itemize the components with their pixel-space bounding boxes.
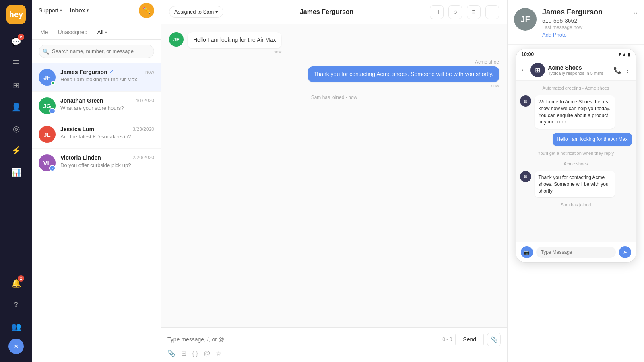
expand-icon-btn[interactable]: □ xyxy=(430,5,444,19)
phone-send-btn[interactable]: ➤ xyxy=(619,246,631,258)
phone-section-label: Acme shoes xyxy=(520,161,632,166)
compose-btn[interactable]: ✏️ xyxy=(139,3,154,18)
sidebar-bottom: 🔔 2 ? 👥 S xyxy=(6,274,26,357)
search-icon: 🔍 xyxy=(43,48,49,54)
conv-time: 4/1/2020 xyxy=(135,98,154,103)
contact-phone: 510-555-3662 xyxy=(542,17,625,24)
channel-indicator: ✓ xyxy=(49,165,56,171)
verified-icon: ✓ xyxy=(109,69,114,75)
phone-msg-avatar: ⊞ xyxy=(520,171,531,182)
tab-unassigned[interactable]: Unassigned xyxy=(56,26,89,39)
send-button[interactable]: Send xyxy=(455,333,484,346)
conv-name: Jessica Lum xyxy=(60,126,94,132)
contact-avatar: JF xyxy=(514,8,537,31)
sidebar-item-bell[interactable]: 🔔 2 xyxy=(6,274,26,293)
history-icon-btn[interactable]: ○ xyxy=(448,5,462,19)
phone-signal: ▾ ▲ ▮ xyxy=(619,52,630,57)
back-icon[interactable]: ← xyxy=(521,66,527,74)
list-item[interactable]: JG ✓ Jonathan Green 4/1/2020 What are yo… xyxy=(32,92,161,120)
phone-joined-label: Sam has joined xyxy=(520,202,632,207)
assign-button[interactable]: Assigned to Sam ▾ xyxy=(169,6,223,18)
conv-avatar-wrap: JF xyxy=(39,69,56,86)
battery-icon: ▮ xyxy=(628,52,630,57)
attach-tool-icon[interactable]: 📎 xyxy=(167,350,175,357)
star-tool-icon[interactable]: ☆ xyxy=(216,350,221,357)
more-icon-btn[interactable]: ··· xyxy=(485,5,499,19)
chat-messages: JF Hello I am looking for the Air Max no… xyxy=(161,24,507,327)
conv-info: Jonathan Green 4/1/2020 What are your st… xyxy=(60,97,154,111)
add-photo-link[interactable]: Add Photo xyxy=(542,32,625,38)
char-count: 0 - 0 xyxy=(442,337,452,342)
mention-tool-icon[interactable]: @ xyxy=(204,350,210,357)
lightning-icon: ⚡ xyxy=(11,146,21,155)
phone-camera-btn[interactable]: 📷 xyxy=(521,246,533,258)
conv-name: Victoria Linden xyxy=(60,154,101,161)
chat-header-actions: □ ○ ≡ ··· xyxy=(430,5,499,19)
sidebar-item-signal[interactable]: ◎ xyxy=(6,119,26,138)
sender-label: Acme shoe xyxy=(475,59,499,65)
table-tool-icon[interactable]: ⊞ xyxy=(181,350,186,357)
sidebar-item-contacts[interactable]: 👤 xyxy=(6,97,26,117)
list-item[interactable]: JF James Fergurson ✓ now Hello I am look… xyxy=(32,63,161,92)
inbox-arrow-icon: ▾ xyxy=(87,8,89,12)
sidebar-item-table[interactable]: ⊞ xyxy=(6,76,26,95)
conv-avatar-wrap: VL ✓ xyxy=(39,154,56,171)
sidebar-item-lightning[interactable]: ⚡ xyxy=(6,141,26,160)
contact-more-btn[interactable]: ··· xyxy=(631,8,638,17)
sidebar-item-chat[interactable]: 💬 2 xyxy=(6,32,26,51)
top-bar: Support ▾ Inbox ▾ ✏️ xyxy=(32,0,161,21)
conv-info: James Fergurson ✓ now Hello I am looking… xyxy=(60,69,154,82)
chat-badge: 2 xyxy=(18,34,24,40)
phone-chat-header: ← ⊞ Acme Shoes Typically responds in 5 m… xyxy=(516,60,636,81)
phone-message-row: ⊞ Thank you for contacting Acme shoes. S… xyxy=(520,171,632,197)
team-icon: 👥 xyxy=(11,322,21,331)
conv-avatar-wrap: JG ✓ xyxy=(39,97,56,114)
phone-bubble: Welcome to Acme Shoes. Let us know how w… xyxy=(535,95,615,129)
conv-preview: What are your store hours? xyxy=(60,105,141,111)
conv-avatar-wrap: JL xyxy=(39,126,56,143)
phone-more-icon[interactable]: ⋮ xyxy=(625,66,631,74)
phone-call-icon[interactable]: 📞 xyxy=(613,66,621,74)
chat-input[interactable] xyxy=(167,336,439,343)
support-menu[interactable]: Support ▾ xyxy=(39,7,62,14)
search-area: 🔍 xyxy=(32,40,161,63)
business-sub: Typically responds in 5 mins xyxy=(548,71,610,76)
message-incoming: JF Hello I am looking for the Air Max no… xyxy=(169,32,367,54)
sidebar-item-list[interactable]: ☰ xyxy=(6,54,26,73)
app-logo[interactable]: hey xyxy=(6,5,26,24)
contact-header: JF James Fergurson 510-555-3662 Last mes… xyxy=(508,0,644,45)
sidebar-item-chart[interactable]: 📊 xyxy=(6,162,26,182)
contact-info: James Fergurson 510-555-3662 Last messag… xyxy=(542,8,625,38)
phone-time: 10:00 xyxy=(522,51,534,57)
inbox-menu[interactable]: Inbox ▾ xyxy=(70,7,89,14)
conv-preview: Hello I am looking for the Air Max xyxy=(60,76,141,82)
tab-me[interactable]: Me xyxy=(39,26,50,39)
conv-preview: Do you offer curbside pick up? xyxy=(60,162,141,168)
search-input[interactable] xyxy=(39,45,154,58)
attach-icon-btn[interactable]: 📎 xyxy=(487,333,501,346)
phone-message-row: ⊞ Welcome to Acme Shoes. Let us know how… xyxy=(520,95,632,129)
signal-icon: ▲ xyxy=(622,52,627,57)
list-icon: ☰ xyxy=(12,59,20,68)
sidebar-item-team[interactable]: 👥 xyxy=(6,317,26,336)
phone-chat-info: Acme Shoes Typically responds in 5 mins xyxy=(548,64,610,76)
sidebar-item-help[interactable]: ? xyxy=(6,295,26,315)
list-item[interactable]: JL Jessica Lum 3/23/2020 Are the latest … xyxy=(32,120,161,149)
chat-input-area: 0 - 0 Send 📎 📎 ⊞ { } @ ☆ xyxy=(161,327,507,362)
notes-icon-btn[interactable]: ≡ xyxy=(467,5,481,19)
conv-info: Jessica Lum 3/23/2020 Are the latest KD … xyxy=(60,126,154,140)
channel-indicator: ✓ xyxy=(49,108,56,114)
list-item[interactable]: VL ✓ Victoria Linden 2/20/2020 Do you of… xyxy=(32,149,161,177)
business-logo-icon: ⊞ xyxy=(535,66,540,74)
user-avatar[interactable]: S xyxy=(8,339,24,354)
chat-contact-name: James Fergurson xyxy=(230,8,423,16)
message-outgoing: Acme shoe Thank you for contacting Acme … xyxy=(308,59,499,88)
conversation-tabs: Me Unassigned All ▾ xyxy=(32,21,161,40)
phone-input[interactable] xyxy=(536,247,616,258)
code-tool-icon[interactable]: { } xyxy=(192,350,198,357)
chart-icon: 📊 xyxy=(11,167,21,177)
phone-preview-container: 10:00 ▾ ▲ ▮ ← ⊞ Acme Shoes Typically res… xyxy=(508,45,644,362)
conversation-panel: Support ▾ Inbox ▾ ✏️ Me Unassigned All ▾… xyxy=(32,0,161,362)
phone-msg-avatar: ⊞ xyxy=(520,95,531,107)
tab-all[interactable]: All ▾ xyxy=(95,26,109,39)
